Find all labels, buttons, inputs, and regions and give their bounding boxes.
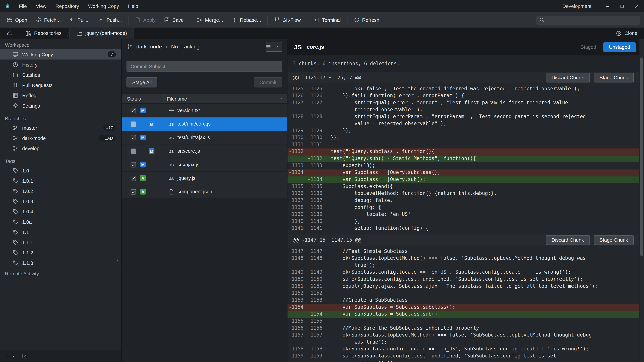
sidebar-item-pull-requests[interactable]: Pull Requests	[0, 80, 121, 90]
diff-line[interactable]: 11501150 same(Subclass.config.test, unde…	[288, 276, 639, 283]
file-list-options-button[interactable]	[266, 42, 282, 52]
maximize-button[interactable]	[614, 0, 629, 12]
stage-checkbox[interactable]	[131, 175, 136, 181]
diff-line[interactable]: 11311131	[288, 141, 639, 148]
toolbar-button-refresh[interactable]: Refresh	[349, 14, 384, 26]
sidebar-item-1-0[interactable]: 1.0	[0, 165, 121, 176]
menu-file[interactable]: File	[14, 0, 31, 12]
diff-line[interactable]: 11481148 ok(Subclass.topLevelMethod() ==…	[288, 255, 639, 269]
diff-line[interactable]: 11271127 strictEqual( error , "error" , …	[288, 99, 639, 113]
sidebar-item-develop[interactable]: develop	[0, 143, 121, 153]
stage-checkbox[interactable]	[131, 162, 136, 167]
diff-line[interactable]: 11391139 locale: 'en_US'	[288, 211, 639, 218]
commit-subject-input[interactable]	[126, 61, 282, 72]
toolbar-button-rebase[interactable]: Rebase...	[227, 14, 265, 26]
diff-line[interactable]: 11581158 ok(SubSubclass.config.locale ==…	[288, 346, 639, 353]
toolbar-button-open[interactable]: Open	[2, 14, 31, 26]
diff-line[interactable]: 11261126 }).fail( function( error , erro…	[288, 92, 639, 99]
diff-line[interactable]: 11591159 same(SubSubclass.config.test, u…	[288, 353, 639, 362]
stage-chunk-button[interactable]: Stage Chunk	[594, 72, 634, 82]
sidebar-item-settings[interactable]: Settings	[0, 100, 121, 111]
minimize-button[interactable]	[600, 0, 614, 12]
remote-accounts-button[interactable]	[0, 28, 19, 39]
diff-line[interactable]: 11331133 expect(18);	[288, 162, 639, 169]
toolbar-button-push[interactable]: Push...	[94, 14, 126, 26]
file-row-jquery-js[interactable]: AJSjquery.js	[122, 172, 287, 185]
clone-button[interactable]: Clone	[609, 28, 644, 39]
diff-line[interactable]: 11251125 ok( false , "Test the created d…	[288, 85, 639, 92]
menu-view[interactable]: View	[31, 0, 51, 12]
toolbar-button-fetch[interactable]: Fetch...	[31, 14, 64, 26]
diff-line[interactable]: 11411141 setup: function(config) {	[288, 225, 639, 232]
toolbar-button-terminal[interactable]: Terminal	[310, 14, 345, 26]
diff-line[interactable]: 11361136 topLevelMethod: function() {ret…	[288, 190, 639, 197]
toolbar-button-pull[interactable]: Pull...	[64, 14, 94, 26]
stage-all-button[interactable]: Stage All	[126, 77, 158, 87]
file-row-version-txt[interactable]: Mversion.txt	[122, 104, 287, 117]
sidebar-item-history[interactable]: History	[0, 59, 121, 70]
sidebar-item-master[interactable]: master«17	[0, 123, 121, 133]
toolbar-button-merge[interactable]: Merge...	[192, 14, 227, 26]
repo-tab-jquery-dark-mode[interactable]: jquery (dark-mode)	[69, 28, 134, 39]
scrollbar-thumb[interactable]	[640, 57, 643, 256]
stage-chunk-button[interactable]: Stage Chunk	[594, 235, 634, 245]
diff-line[interactable]: -1154 var SubSubclass = Subclass.subclas…	[288, 304, 639, 311]
column-status[interactable]: Status	[122, 96, 163, 102]
sidebar-scroll-down-button[interactable]	[115, 258, 120, 263]
column-filename[interactable]: Filename	[163, 94, 277, 103]
menu-help[interactable]: Help	[124, 0, 142, 12]
discard-chunk-button[interactable]: Discard Chunk	[546, 235, 590, 245]
file-row-src-core-js[interactable]: MJSsrc/core.js	[122, 144, 287, 158]
sidebar-item-1-1-3[interactable]: 1.1.3	[0, 258, 121, 266]
menu-repository[interactable]: Repository	[51, 0, 84, 12]
add-repository-button[interactable]	[5, 353, 15, 359]
diff-line[interactable]: +1132test("jQuery.sub() - Static Methods…	[288, 155, 639, 162]
file-row-src-ajax-js[interactable]: MJSsrc/ajax.js	[122, 158, 287, 172]
diff-line[interactable]: 11521152	[288, 290, 639, 297]
file-row-test-unit-core-js[interactable]: MJStest/unit/core.js	[122, 117, 287, 131]
sidebar-item-1-1-1[interactable]: 1.1.1	[0, 237, 121, 248]
stage-checkbox[interactable]	[131, 148, 136, 154]
diff-line[interactable]: 11281128 strictEqual( errorParam , "erro…	[288, 113, 639, 127]
staged-tab[interactable]: Staged	[575, 42, 602, 52]
toolbar-button-git-flow[interactable]: Git-Flow	[270, 14, 305, 26]
discard-chunk-button[interactable]: Discard Chunk	[546, 72, 590, 82]
sidebar-item-1-0-2[interactable]: 1.0.2	[0, 186, 121, 196]
sidebar-item-working-copy[interactable]: Working Copy7	[0, 49, 121, 59]
diff-line[interactable]: 11291129 });	[288, 127, 639, 134]
diff-line[interactable]: 11371137 debug: false,	[288, 197, 639, 204]
toolbar-button-save[interactable]: Save	[160, 14, 188, 26]
repositories-tab[interactable]: Repositories	[19, 28, 67, 39]
file-row-test-unit-ajax-js[interactable]: MJStest/unit/ajax.js	[122, 131, 287, 144]
sidebar-item-reflog[interactable]: Reflog	[0, 90, 121, 100]
close-button[interactable]	[629, 0, 644, 12]
commit-button[interactable]: Commit	[254, 77, 282, 87]
file-status-view-button[interactable]	[22, 353, 28, 359]
sidebar-item-1-1[interactable]: 1.1	[0, 227, 121, 237]
sidebar-item-1-0-1[interactable]: 1.0.1	[0, 176, 121, 186]
sidebar-item-1-0-4[interactable]: 1.0.4	[0, 206, 121, 217]
search-box[interactable]	[536, 15, 640, 24]
diff-line[interactable]: 11561156 //Make Sure the SubSubclass inh…	[288, 325, 639, 332]
toolbar-button-apply[interactable]: Apply	[130, 14, 160, 26]
diff-line[interactable]: +1134 var Subclass = jQuery.sub();	[288, 176, 639, 183]
sidebar-item-dark-mode[interactable]: dark-modeHEAD	[0, 133, 121, 143]
diff-line[interactable]: 11551155	[288, 318, 639, 325]
sidebar-item-1-0-3[interactable]: 1.0.3	[0, 196, 121, 206]
stage-checkbox[interactable]	[131, 108, 136, 113]
diff-line[interactable]: 11381138 config: {	[288, 204, 639, 211]
stage-checkbox[interactable]	[131, 189, 136, 194]
sidebar-item-stashes[interactable]: Stashes	[0, 70, 121, 80]
diff-line[interactable]: +1154 var SubSubclass = Subclass.sub();	[288, 311, 639, 318]
sidebar-item-1-1-2[interactable]: 1.1.2	[0, 248, 121, 258]
search-input[interactable]	[547, 17, 637, 23]
stage-checkbox[interactable]	[131, 135, 136, 140]
diff-line[interactable]: -1132test("jQuery.subclass", function(){	[288, 148, 639, 155]
diff-line[interactable]: 11471147 //Test Simple Subclass	[288, 248, 639, 255]
sidebar-item-1-0a[interactable]: 1.0a	[0, 217, 121, 227]
diff-line[interactable]: 11491149 ok(Subclass.config.locale == 'e…	[288, 269, 639, 276]
unstaged-tab[interactable]: Unstaged	[603, 42, 636, 52]
column-options-button[interactable]	[277, 96, 284, 101]
diff-line[interactable]: 11351135 Subclass.extend({	[288, 183, 639, 190]
diff-line[interactable]: 11571157 ok(SubSubclass.topLevelMethod()…	[288, 332, 639, 346]
